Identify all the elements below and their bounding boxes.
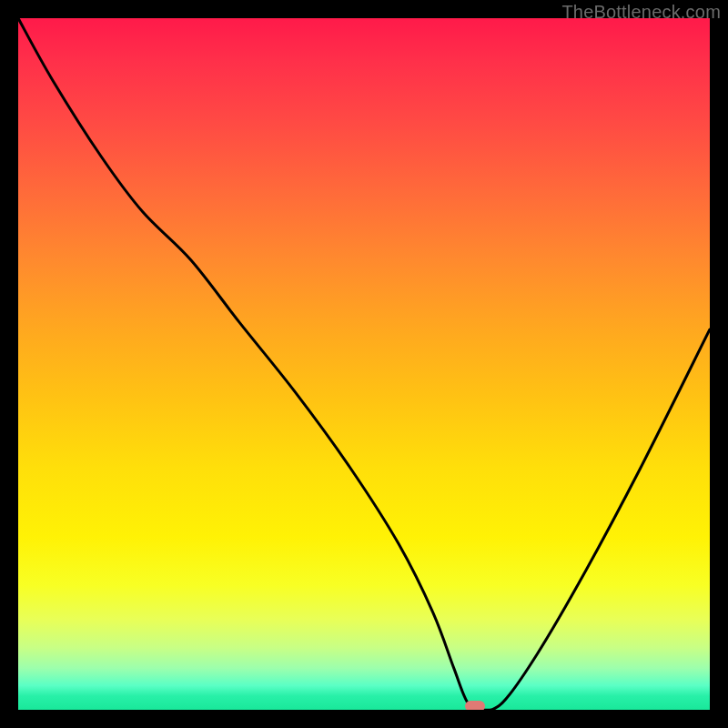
bottleneck-curve	[18, 18, 710, 710]
plot-area	[18, 18, 710, 710]
watermark-label: TheBottleneck.com	[561, 2, 721, 23]
chart-frame: TheBottleneck.com	[0, 0, 728, 728]
optimal-marker-icon	[465, 701, 485, 710]
